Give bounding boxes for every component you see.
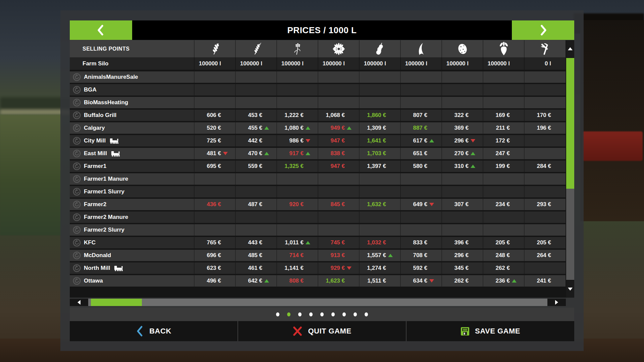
price-value: 205 € (537, 239, 551, 246)
visit-hotspot-icon[interactable] (72, 213, 81, 222)
price-cell (318, 212, 359, 223)
trend-slot (427, 139, 436, 142)
price-value: 1,632 € (367, 201, 386, 208)
visit-hotspot-icon[interactable] (72, 162, 81, 171)
page-dot-3[interactable] (298, 312, 302, 316)
selling-point-row[interactable]: KFC765 €443 €1,011 €745 €1,032 €833 €396… (70, 237, 566, 248)
visit-hotspot-icon[interactable] (72, 175, 81, 183)
selling-point-row[interactable]: Buffalo Grill606 €453 €1,222 €1,068 €1,8… (70, 110, 566, 121)
selling-point-row[interactable]: Farmer1695 €559 €1,325 €947 €1,397 €580 … (70, 161, 566, 172)
price-value: 172 € (495, 137, 510, 144)
price-cell (400, 186, 441, 197)
visit-hotspot-icon[interactable] (72, 136, 81, 145)
price-cell: 745 € (318, 237, 359, 248)
selling-point-row[interactable]: BioMassHeating (70, 97, 566, 108)
scroll-right-button[interactable] (547, 299, 566, 306)
visit-hotspot-icon[interactable] (72, 251, 81, 260)
price-value: 1,623 € (326, 278, 345, 284)
price-value: 714 € (289, 252, 304, 259)
scroll-left-button[interactable] (70, 299, 88, 306)
visit-hotspot-icon[interactable] (72, 200, 81, 209)
selling-point-label-cell: Farmer1 Slurry (70, 186, 194, 197)
selling-point-label-cell: East Mill (70, 148, 194, 159)
selling-point-name: Farmer1 Manure (84, 176, 128, 182)
selling-point-row[interactable]: Ottawa496 €642 €808 €1,623 €1,511 €634 €… (70, 275, 566, 287)
price-cell (235, 224, 276, 236)
price-value: 442 € (248, 137, 262, 144)
selling-point-row[interactable]: BGA (70, 84, 566, 96)
selling-point-row[interactable]: City Mill 725 €442 €986 €947 €1,641 €617… (70, 135, 566, 146)
visit-hotspot-icon[interactable] (72, 149, 81, 158)
visit-hotspot-icon[interactable] (72, 238, 81, 247)
visit-hotspot-icon[interactable] (72, 73, 81, 81)
vertical-scrollbar-track[interactable] (566, 58, 574, 280)
page-dot-4[interactable] (309, 312, 313, 316)
price-cell: 296 € (441, 135, 483, 146)
page-dot-2-active[interactable] (287, 312, 290, 316)
vertical-scrollbar (566, 40, 574, 298)
selling-point-row[interactable]: Calgary520 €455 €1,080 €949 €1,309 €887 … (70, 122, 566, 134)
price-cell: 264 € (524, 250, 565, 261)
visit-hotspot-icon[interactable] (72, 111, 81, 120)
selling-point-row[interactable]: Farmer2 Manure (70, 212, 566, 223)
trend-slot (510, 279, 519, 283)
visit-hotspot-icon[interactable] (72, 187, 81, 196)
previous-page-button[interactable] (70, 20, 132, 40)
scroll-up-button[interactable] (566, 40, 574, 57)
save-game-button[interactable]: SAVE GAME (406, 321, 574, 341)
page-dot-5[interactable] (320, 312, 324, 316)
next-page-button[interactable] (512, 20, 574, 40)
visit-hotspot-icon[interactable] (72, 277, 81, 285)
sugarcane-icon (539, 42, 551, 56)
vertical-scrollbar-thumb[interactable] (566, 58, 574, 189)
visit-hotspot-icon[interactable] (72, 226, 81, 234)
price-value: 1,032 € (367, 239, 386, 246)
price-cell (483, 71, 524, 83)
selling-point-row[interactable]: AnimalsManureSale (70, 71, 566, 83)
trend-up-icon (264, 152, 269, 155)
price-cell: 199 € (483, 161, 524, 172)
page-dot-8[interactable] (354, 312, 357, 316)
price-cell: 1,632 € (359, 199, 400, 210)
price-cell: 845 € (318, 199, 359, 210)
selling-point-row[interactable]: Farmer1 Manure (70, 173, 566, 185)
selling-point-row[interactable]: Farmer2436 €487 €920 €845 €1,632 €649 €3… (70, 199, 566, 210)
page-dot-1[interactable] (276, 312, 279, 316)
silo-amount-cell: 100000 l (194, 57, 235, 70)
page-dot-9[interactable] (365, 312, 368, 316)
visit-hotspot-icon[interactable] (72, 124, 81, 132)
price-value: 496 € (207, 278, 221, 284)
scroll-down-button[interactable] (566, 281, 574, 298)
selling-point-label-cell: Buffalo Grill (70, 110, 194, 121)
selling-point-row[interactable]: McDonald696 €485 €714 €913 €1,557 €708 €… (70, 250, 566, 261)
back-button[interactable]: BACK (70, 321, 237, 341)
silo-amount-cell: 100000 l (318, 57, 359, 70)
horizon-light-band (0, 109, 70, 115)
page-dot-6[interactable] (331, 312, 335, 316)
selling-point-row[interactable]: Farmer2 Slurry (70, 224, 566, 236)
column-header-canola (276, 40, 318, 57)
selling-point-row[interactable]: East Mill 481 €470 €917 €838 €1,703 €651… (70, 148, 566, 159)
selling-point-row[interactable]: Farmer1 Slurry (70, 186, 566, 197)
horizontal-scrollbar-thumb[interactable] (91, 299, 142, 306)
column-header-potato (441, 40, 483, 57)
selling-point-label-cell: McDonald (70, 250, 194, 261)
visit-hotspot-icon[interactable] (72, 85, 81, 94)
selling-points-header: SELLING POINTS (70, 40, 194, 57)
visit-hotspot-icon[interactable] (72, 264, 81, 273)
footer-bar: BACK QUIT GAME SAVE G (70, 321, 574, 341)
quit-game-button[interactable]: QUIT GAME (237, 321, 406, 341)
price-value: 345 € (454, 265, 469, 272)
price-cell: 838 € (318, 148, 359, 159)
save-disk-icon (461, 327, 470, 336)
selling-point-row[interactable]: North Mill 623 €461 €1,141 €929 €1,274 €… (70, 262, 566, 274)
price-cell (194, 97, 235, 108)
silo-amount: 100000 l (323, 60, 345, 67)
page-dot-7[interactable] (342, 312, 346, 316)
price-cell: 1,068 € (318, 110, 359, 121)
price-value: 887 € (413, 125, 427, 131)
price-cell (524, 173, 565, 185)
horizontal-scrollbar-track[interactable] (88, 299, 547, 306)
price-cell (524, 212, 565, 223)
visit-hotspot-icon[interactable] (72, 98, 81, 107)
